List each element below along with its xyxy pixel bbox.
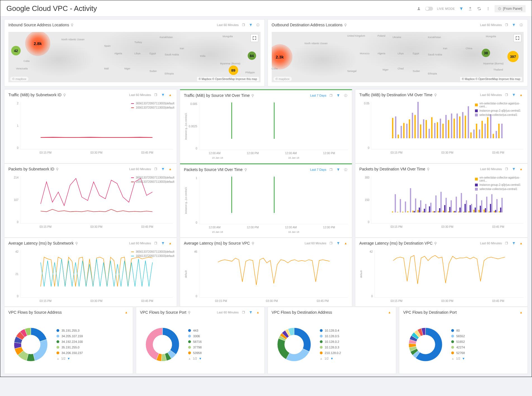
- magnify-icon[interactable]: ⚲: [427, 167, 430, 171]
- legend-item[interactable]: 80: [451, 329, 465, 332]
- panel-copy-icon[interactable]: ❐: [328, 93, 334, 98]
- legend-pager[interactable]: ▲1/2▼: [56, 357, 83, 360]
- panel-info-icon[interactable]: ⓘ: [343, 167, 348, 172]
- magnify-icon[interactable]: ⚲: [75, 241, 78, 245]
- panel-copy-icon[interactable]: ❐: [328, 167, 334, 172]
- legend-item[interactable]: 10.128.0.4: [320, 329, 341, 332]
- panel-filter-icon[interactable]: [160, 167, 165, 172]
- refresh-icon[interactable]: [477, 6, 482, 11]
- panel-filter-icon[interactable]: [511, 22, 516, 27]
- expand-icon[interactable]: [250, 34, 258, 42]
- panel-warning-icon[interactable]: ▲: [519, 167, 524, 172]
- panel-warning-icon[interactable]: ▲: [168, 167, 173, 172]
- magnify-icon[interactable]: ⚲: [434, 241, 437, 245]
- panel-copy-icon[interactable]: ❐: [504, 241, 509, 246]
- panel-warning-icon[interactable]: ▲: [168, 241, 173, 246]
- legend-item[interactable]: 35.191.255.0: [56, 346, 83, 349]
- magnify-icon[interactable]: ⚲: [244, 168, 247, 172]
- svg-rect-48: [468, 106, 469, 138]
- legend-pager[interactable]: ▲1/2▼: [451, 357, 465, 360]
- legend-item[interactable]: 34.192.224.100: [56, 340, 83, 343]
- svg-rect-22: [420, 125, 422, 138]
- panel-copy-icon[interactable]: ❐: [328, 241, 334, 246]
- expand-icon[interactable]: [514, 34, 521, 42]
- magnify-icon[interactable]: ⚲: [56, 167, 59, 171]
- panel-filter-icon[interactable]: [336, 167, 341, 172]
- map-bubble[interactable]: 2.3k: [272, 44, 292, 69]
- panel-warning-icon[interactable]: ▲: [519, 310, 524, 315]
- legend-item[interactable]: 53958: [188, 351, 202, 355]
- panel-filter-icon[interactable]: [511, 241, 516, 246]
- legend-item[interactable]: 10.128.0.5: [320, 334, 341, 338]
- panel-copy-icon[interactable]: ❐: [504, 167, 509, 172]
- legend-item[interactable]: 3306: [188, 334, 202, 338]
- panel-filter-icon[interactable]: [160, 92, 165, 97]
- panel-info-icon[interactable]: ⓘ: [256, 22, 261, 27]
- live-mode-toggle[interactable]: [425, 7, 433, 11]
- legend-item[interactable]: 34.205.107.159: [56, 334, 83, 338]
- panel-warning-icon[interactable]: ▲: [387, 310, 392, 315]
- legend-pager[interactable]: ▲1/2▼: [320, 357, 341, 360]
- legend-item[interactable]: 37798: [188, 346, 202, 349]
- map-bubble[interactable]: 2.8k: [25, 32, 50, 56]
- map-bubble[interactable]: 397: [507, 51, 519, 62]
- panel-copy-icon[interactable]: ❐: [241, 22, 246, 27]
- panel-copy-icon[interactable]: ❐: [153, 241, 158, 246]
- filter-icon[interactable]: [459, 6, 464, 11]
- export-icon[interactable]: [468, 6, 473, 11]
- magnify-icon[interactable]: ⚲: [252, 241, 254, 245]
- map-attribution[interactable]: © Mapbox © OpenStreetMap Improve this ma…: [460, 77, 522, 81]
- legend-item[interactable]: 443: [188, 329, 202, 332]
- panel-warning-icon[interactable]: ▲: [124, 310, 129, 315]
- panel-warning-icon[interactable]: ▲: [256, 310, 261, 315]
- panel-copy-icon[interactable]: ❐: [504, 92, 509, 97]
- panel-filter-icon[interactable]: [248, 22, 253, 27]
- map-attribution[interactable]: © Mapbox © OpenStreetMap Improve this ma…: [197, 77, 259, 81]
- magnify-icon[interactable]: ⚲: [188, 310, 191, 315]
- legend-item[interactable]: 10.128.0.2: [320, 340, 341, 343]
- map-bubble[interactable]: 84: [248, 51, 256, 60]
- legend-item[interactable]: 52768: [451, 351, 465, 355]
- svg-rect-97: [439, 208, 440, 212]
- panel-filter-icon[interactable]: [248, 310, 253, 315]
- panel-warning-icon[interactable]: ▲: [519, 241, 524, 246]
- magnify-icon[interactable]: ⚲: [71, 23, 74, 27]
- panel-copy-icon[interactable]: ❐: [153, 92, 158, 97]
- legend-item[interactable]: 34.206.150.237: [56, 351, 83, 355]
- magnify-icon[interactable]: ⚲: [251, 93, 254, 98]
- panel-copy-icon[interactable]: ❐: [153, 167, 158, 172]
- panel-filter-icon[interactable]: [511, 92, 516, 97]
- map-bubble[interactable]: 42: [11, 46, 21, 55]
- legend-item[interactable]: 42274: [451, 346, 465, 349]
- panel-filter-icon[interactable]: [160, 241, 165, 246]
- legend-item[interactable]: 35.191.255.3: [56, 329, 83, 332]
- panel-filter-icon[interactable]: [336, 93, 341, 98]
- time-range: Last 60 Minutes: [217, 311, 239, 314]
- svg-rect-111: [463, 212, 464, 212]
- panel-info-icon[interactable]: ⓘ: [343, 93, 348, 98]
- panel-filter-icon[interactable]: [336, 241, 341, 246]
- map-bubble[interactable]: 38: [482, 49, 490, 57]
- magnify-icon[interactable]: ⚲: [344, 23, 347, 27]
- magnify-icon[interactable]: ⚲: [63, 93, 66, 97]
- magnify-icon[interactable]: ⚲: [434, 93, 437, 97]
- map-bubble[interactable]: 89: [229, 65, 238, 75]
- panel-warning-icon[interactable]: ▲: [343, 241, 348, 246]
- map-inbound[interactable]: North Atlantic Ocean Kazakhstan Mongolia…: [8, 32, 261, 82]
- legend-item[interactable]: 56552: [451, 334, 465, 338]
- legend-item[interactable]: 51652: [451, 340, 465, 343]
- panel-warning-icon[interactable]: ▲: [519, 92, 524, 97]
- panel-warning-icon[interactable]: ▲: [168, 92, 173, 97]
- svg-rect-122: [481, 200, 482, 212]
- panel-copy-icon[interactable]: ❐: [241, 310, 246, 315]
- from-panel-button[interactable]: [From Panel]: [495, 5, 526, 12]
- panel-copy-icon[interactable]: ❐: [504, 22, 509, 27]
- map-outbound[interactable]: North Atlantic Ocean United Kingdom Pola…: [272, 32, 524, 82]
- legend-item[interactable]: 10.128.0.3: [320, 346, 341, 349]
- legend-pager[interactable]: ▲1/2▼: [188, 357, 202, 360]
- panel-filter-icon[interactable]: [511, 167, 516, 172]
- panel-info-icon[interactable]: ⓘ: [519, 22, 524, 27]
- legend-item[interactable]: 58716: [188, 340, 202, 343]
- legend-item[interactable]: 210.128.0.2: [320, 351, 341, 355]
- more-icon[interactable]: [486, 6, 491, 11]
